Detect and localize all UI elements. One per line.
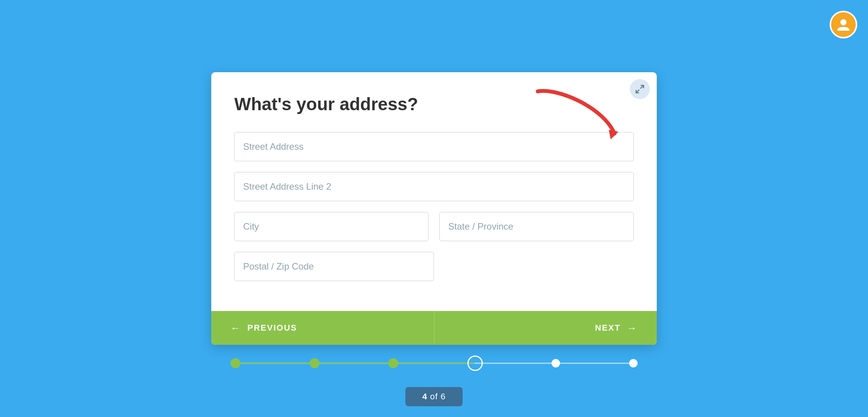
arrow-right-icon: → bbox=[627, 322, 638, 334]
progress-dot-6 bbox=[629, 359, 638, 367]
street-address-line2-input[interactable] bbox=[234, 172, 634, 201]
expand-button[interactable] bbox=[630, 79, 650, 99]
progress-dot-3 bbox=[388, 358, 398, 368]
progress-dot-2 bbox=[310, 358, 320, 368]
city-input[interactable] bbox=[234, 212, 429, 241]
street-address-group bbox=[234, 132, 634, 161]
state-province-group bbox=[439, 212, 634, 241]
current-step: 4 bbox=[422, 392, 427, 401]
postal-zip-group bbox=[234, 252, 634, 281]
card-footer: ← PREVIOUS NEXT → bbox=[211, 311, 657, 345]
progress-dot-1 bbox=[230, 358, 240, 368]
arrow-left-icon: ← bbox=[230, 322, 241, 334]
progress-dots bbox=[230, 356, 638, 371]
street-address-line2-group bbox=[234, 172, 634, 201]
card-body: What's your address? bbox=[211, 72, 657, 311]
main-card: What's your address? ← PREVIOUS bbox=[211, 72, 657, 345]
progress-dot-4 bbox=[467, 356, 483, 371]
user-avatar[interactable] bbox=[830, 11, 857, 38]
state-province-input[interactable] bbox=[439, 212, 634, 241]
progress-bar bbox=[230, 356, 638, 371]
street-address-input[interactable] bbox=[234, 132, 634, 161]
previous-label: PREVIOUS bbox=[247, 323, 297, 333]
total-steps: 6 bbox=[441, 392, 446, 401]
next-label: NEXT bbox=[595, 323, 621, 333]
next-button[interactable]: NEXT → bbox=[434, 311, 657, 345]
postal-zip-input[interactable] bbox=[234, 252, 434, 281]
svg-point-0 bbox=[840, 19, 846, 25]
progress-dot-5 bbox=[552, 359, 560, 367]
previous-button[interactable]: ← PREVIOUS bbox=[211, 311, 434, 345]
step-label: of bbox=[430, 392, 438, 401]
step-badge: 4 of 6 bbox=[405, 387, 462, 406]
city-group bbox=[234, 212, 429, 241]
city-state-row bbox=[234, 212, 634, 241]
page-title: What's your address? bbox=[234, 94, 634, 114]
